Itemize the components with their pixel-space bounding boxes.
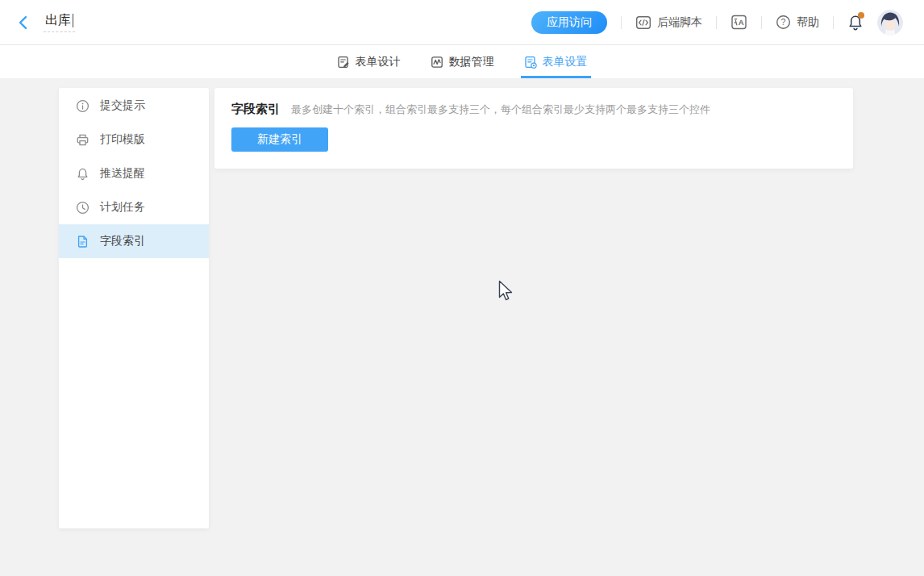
- help-label: 帮助: [797, 15, 819, 30]
- tab-label: 数据管理: [449, 55, 494, 69]
- sidebar-item-label: 计划任务: [100, 200, 145, 215]
- header-divider: [716, 16, 717, 29]
- form-design-icon: [337, 56, 350, 69]
- svg-text:?: ?: [781, 17, 786, 27]
- app-title-wrap: 出库: [44, 12, 75, 32]
- code-icon: [635, 15, 651, 31]
- printer-icon: [76, 133, 89, 147]
- top-header: 出库 应用访问 后端脚本 A ? 帮助: [0, 0, 924, 45]
- app-title[interactable]: 出库: [44, 12, 75, 32]
- question-circle-icon: ?: [776, 15, 791, 30]
- settings-sidebar: 提交提示 打印模版 推送提醒 计划任务 字段索引: [59, 88, 209, 528]
- app-access-button[interactable]: 应用访问: [531, 11, 607, 34]
- header-actions: 应用访问 后端脚本 A ? 帮助: [531, 10, 903, 35]
- sidebar-item-label: 打印模版: [100, 132, 145, 147]
- sidebar-item-label: 字段索引: [100, 234, 145, 248]
- sidebar-item-scheduled-tasks[interactable]: 计划任务: [59, 190, 209, 224]
- field-index-card: 字段索引 最多创建十个索引，组合索引最多支持三个，每个组合索引最少支持两个最多支…: [214, 88, 853, 169]
- back-button[interactable]: [16, 15, 31, 30]
- header-divider: [833, 16, 834, 29]
- tab-form-design[interactable]: 表单设计: [334, 45, 404, 78]
- app-title-text: 出库: [45, 12, 71, 29]
- file-icon: [76, 235, 89, 248]
- text-caret: [73, 14, 73, 27]
- tab-label: 表单设置: [543, 55, 588, 69]
- tab-data-management[interactable]: 数据管理: [427, 45, 497, 78]
- sidebar-item-print-template[interactable]: 打印模版: [59, 123, 209, 157]
- card-title: 字段索引: [231, 102, 280, 117]
- tab-label: 表单设计: [356, 55, 401, 69]
- sidebar-item-push-reminder[interactable]: 推送提醒: [59, 157, 209, 190]
- backend-script-button[interactable]: 后端脚本: [635, 15, 702, 31]
- chevron-left-icon: [16, 15, 31, 30]
- header-divider: [761, 16, 762, 29]
- notification-bell-button[interactable]: [847, 14, 864, 31]
- sidebar-item-submit-tips[interactable]: 提交提示: [59, 89, 209, 123]
- language-button[interactable]: A: [730, 14, 747, 31]
- language-icon: A: [730, 14, 747, 31]
- clock-icon: [76, 201, 89, 215]
- bell-icon: [76, 167, 89, 181]
- user-avatar[interactable]: [877, 10, 903, 35]
- new-index-button[interactable]: 新建索引: [231, 127, 328, 152]
- card-description: 最多创建十个索引，组合索引最多支持三个，每个组合索引最少支持两个最多支持三个控件: [291, 102, 710, 117]
- sidebar-item-label: 推送提醒: [100, 166, 145, 181]
- data-management-icon: [431, 56, 443, 69]
- help-button[interactable]: ? 帮助: [776, 15, 819, 30]
- tab-form-settings[interactable]: 表单设置: [521, 45, 591, 78]
- info-icon: [76, 99, 89, 113]
- main-area: 提交提示 打印模版 推送提醒 计划任务 字段索引: [0, 79, 924, 576]
- header-divider: [621, 16, 622, 29]
- form-tabbar: 表单设计 数据管理 表单设置: [0, 45, 924, 79]
- sidebar-item-label: 提交提示: [100, 98, 145, 113]
- notification-dot: [858, 12, 864, 19]
- sidebar-item-field-index[interactable]: 字段索引: [59, 224, 209, 258]
- card-header: 字段索引 最多创建十个索引，组合索引最多支持三个，每个组合索引最少支持两个最多支…: [231, 102, 837, 117]
- svg-text:A: A: [739, 18, 744, 27]
- backend-script-label: 后端脚本: [657, 15, 702, 30]
- form-settings-icon: [524, 56, 537, 69]
